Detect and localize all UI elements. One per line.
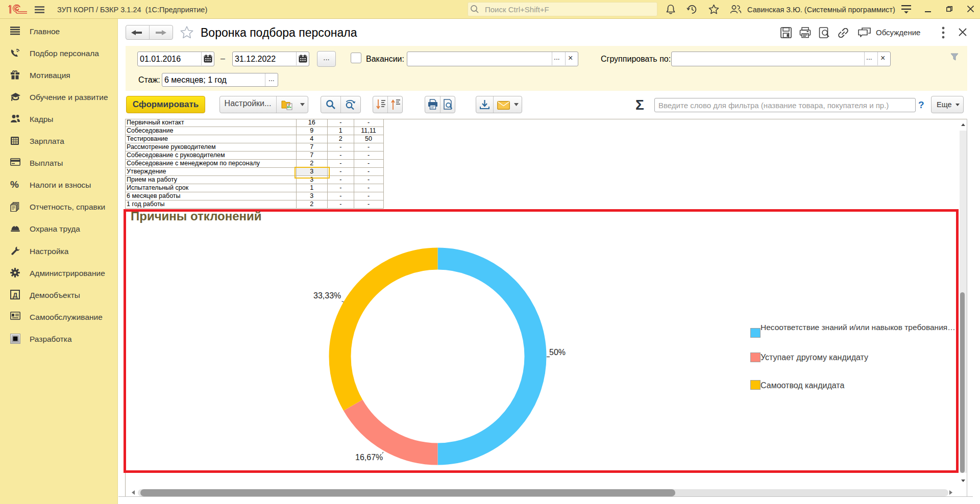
svg-text:Д: Д: [13, 291, 18, 299]
svg-text:%: %: [10, 180, 19, 189]
